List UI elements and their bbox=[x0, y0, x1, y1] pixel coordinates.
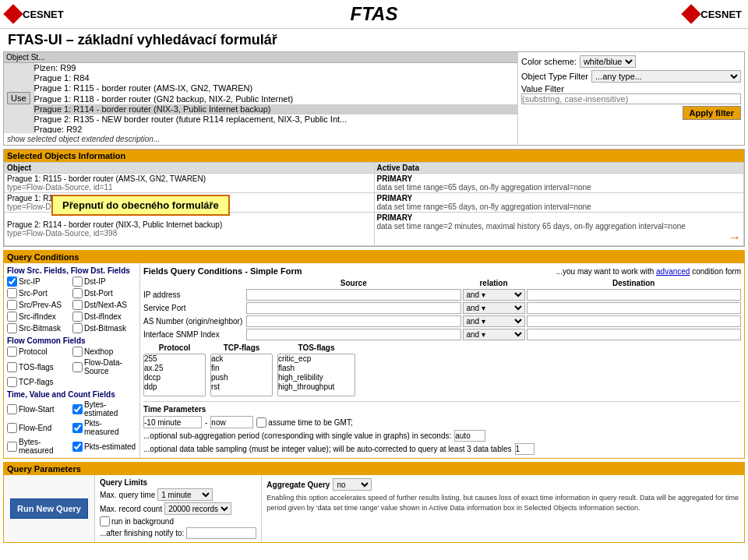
limits-title: Query Limits bbox=[100, 478, 256, 487]
run-button-area: Run New Query bbox=[4, 475, 95, 542]
field-dst-ifindex[interactable]: Dst-ifIndex bbox=[72, 312, 136, 322]
optional-sample-input[interactable] bbox=[515, 443, 535, 455]
field-dst-bitmask[interactable]: Dst-Bitmask bbox=[72, 323, 136, 333]
field-protocol[interactable]: Protocol bbox=[7, 347, 71, 357]
field-src-ifindex[interactable]: Src-ifIndex bbox=[7, 312, 71, 322]
arrow-indicator: → bbox=[377, 231, 742, 245]
advanced-note: ...you may want to work with advanced co… bbox=[556, 267, 741, 276]
ip-src-input[interactable] bbox=[246, 289, 461, 301]
show-description[interactable]: show selected object extended descriptio… bbox=[4, 133, 517, 145]
as-relation-select[interactable]: and ▾ bbox=[463, 315, 525, 327]
run-bg-row: run in background bbox=[100, 516, 256, 527]
col-active-data: Active Data bbox=[374, 163, 744, 174]
table-row: Prague 1: R115 - border router (AMS-IX, … bbox=[5, 174, 744, 193]
table-row: Prague 2: R114 - border router (NIX-3, P… bbox=[5, 213, 744, 246]
time-dash: - bbox=[205, 418, 207, 427]
object-type-filter-select[interactable]: ...any type... bbox=[591, 70, 741, 83]
as-number-row: AS Number (origin/neighbor) and ▾ bbox=[143, 315, 741, 327]
sport-src-input[interactable] bbox=[246, 302, 461, 314]
selected-objects-section: Selected Objects Information Object Acti… bbox=[3, 149, 745, 247]
use-button-area: Use bbox=[4, 63, 34, 133]
value-filter-input[interactable] bbox=[521, 93, 741, 104]
field-pkts-estimated[interactable]: Pkts-estimated bbox=[72, 438, 136, 455]
optional-agg-input[interactable] bbox=[454, 430, 485, 442]
assume-gmt-label[interactable]: assume time to be GMT; bbox=[256, 417, 352, 428]
field-flow-start[interactable]: Flow-Start bbox=[7, 400, 71, 417]
after-finishing-label: ...after finishing notify to: bbox=[100, 529, 184, 537]
field-nexthop[interactable]: Nexthop bbox=[72, 347, 136, 357]
qc-inner: Flow Src. Fields, Flow Dst. Fields Src-I… bbox=[4, 263, 744, 458]
common-fields-row: Protocol Nexthop TOS-flags Flow-Data-Sou… bbox=[7, 347, 136, 387]
table-row: Prague 1: R118 - border router (GN2 bac.… bbox=[5, 193, 744, 213]
run-bg-label[interactable]: run in background bbox=[100, 516, 174, 527]
time-to-input[interactable] bbox=[210, 416, 253, 428]
form-title-row: Fields Query Conditions - Simple Form ..… bbox=[143, 266, 741, 276]
ip-label: IP address bbox=[143, 291, 245, 299]
snmp-relation-select[interactable]: and ▾ bbox=[463, 329, 525, 340]
run-new-query-button[interactable]: Run New Query bbox=[10, 498, 88, 519]
field-src-port[interactable]: Src-Port bbox=[7, 288, 71, 298]
flow-common-title: Flow Common Fields bbox=[7, 336, 136, 345]
notify-row: ...after finishing notify to: bbox=[100, 527, 256, 539]
ip-relation-select[interactable]: and ▾ bbox=[463, 289, 525, 301]
apply-filter-button[interactable]: Apply filter bbox=[683, 106, 741, 120]
relation-col-header: relation bbox=[463, 279, 525, 287]
tcp-flags-col-title: TCP-flags bbox=[224, 343, 260, 352]
field-src-ip[interactable]: Src-IP bbox=[7, 276, 71, 287]
query-params-header: Query Parameters bbox=[4, 463, 744, 475]
query-conditions-header: Query Conditions bbox=[4, 251, 744, 263]
field-bytes-estimated[interactable]: Bytes-estimated bbox=[72, 400, 136, 417]
sport-relation-select[interactable]: and ▾ bbox=[463, 302, 525, 314]
field-dst-port[interactable]: Dst-Port bbox=[72, 288, 136, 298]
snmp-dst-input[interactable] bbox=[527, 329, 742, 340]
field-flow-end[interactable]: Flow-End bbox=[7, 419, 71, 436]
right-query-form: Fields Query Conditions - Simple Form ..… bbox=[140, 263, 744, 458]
ip-dst-input[interactable] bbox=[527, 289, 742, 301]
object-list[interactable]: Plzen: R99 Prague 1: R84 Prague 1: R115 … bbox=[34, 63, 517, 133]
field-pkts-measured[interactable]: Pkts-measured bbox=[72, 419, 136, 436]
as-dst-input[interactable] bbox=[527, 315, 742, 327]
tos-flags-col-title: TOS-flags bbox=[298, 343, 334, 352]
tos-flags-list[interactable]: critic_ecp flash high_relibility high_th… bbox=[277, 354, 355, 396]
color-scheme-row: Color scheme: white/blue bbox=[521, 55, 741, 68]
aggregate-select[interactable]: no yes bbox=[333, 478, 372, 491]
field-src-bitmask[interactable]: Src-Bitmask bbox=[7, 323, 71, 333]
sport-dst-input[interactable] bbox=[527, 302, 742, 314]
aggregate-title-row: Aggregate Query no yes bbox=[266, 478, 739, 491]
field-dst-ip[interactable]: Dst-IP bbox=[72, 276, 136, 287]
logo-text-right: CESNET bbox=[700, 9, 742, 20]
snmp-src-input[interactable] bbox=[246, 329, 461, 340]
table-cell-object: Prague 1: R118 - border router (GN2 bac.… bbox=[5, 193, 375, 213]
time-row: - assume time to be GMT; bbox=[143, 416, 741, 428]
table-cell-object: Prague 2: R114 - border router (NIX-3, P… bbox=[5, 213, 375, 246]
tcp-flags-list[interactable]: ack fin push rst bbox=[210, 354, 273, 396]
page-subtitle: FTAS-UI – základní vyhledávací formulář bbox=[0, 29, 748, 51]
notify-email-input[interactable] bbox=[186, 527, 256, 539]
color-scheme-select[interactable]: white/blue bbox=[580, 55, 636, 68]
protocol-list[interactable]: 255 ax.25 dccp ddp bbox=[143, 354, 206, 396]
record-count-select[interactable]: 20000 records 1000 records 5000 records … bbox=[164, 502, 231, 515]
object-list-area: Object St... Use Plzen: R99 Prague 1: R8… bbox=[4, 52, 518, 145]
service-port-row: Service Port and ▾ bbox=[143, 302, 741, 314]
time-fields-row: Flow-Start Bytes-estimated Flow-End Pkts… bbox=[7, 400, 136, 455]
time-from-input[interactable] bbox=[143, 416, 202, 428]
field-src-prev-as[interactable]: Src/Prev-AS bbox=[7, 300, 71, 310]
field-tcp-flags[interactable]: TCP-flags bbox=[7, 377, 71, 387]
field-flow-data-source[interactable]: Flow-Data-Source bbox=[72, 358, 136, 375]
use-button[interactable]: Use bbox=[7, 92, 30, 104]
qp-inner: Run New Query Query Limits Max. query ti… bbox=[4, 475, 744, 542]
optional-sample-text: ...optional data table sampling (must be… bbox=[143, 445, 512, 453]
field-tos-flags[interactable]: TOS-flags bbox=[7, 358, 71, 375]
src-dst-headers: Source relation Destination bbox=[143, 279, 741, 287]
as-src-input[interactable] bbox=[246, 315, 461, 327]
object-type-filter-label: Object Type Filter bbox=[521, 72, 588, 81]
query-time-select[interactable]: 1 minute 5 minutes 30 minutes bbox=[157, 488, 213, 501]
advanced-link[interactable]: advanced bbox=[656, 267, 690, 276]
field-bytes-measured[interactable]: Bytes-measured bbox=[7, 438, 71, 455]
query-limits-area: Query Limits Max. query time 1 minute 5 … bbox=[95, 475, 262, 542]
form-title: Fields Query Conditions - Simple Form bbox=[143, 266, 302, 276]
field-dst-next-as[interactable]: Dst/Next-AS bbox=[72, 300, 136, 310]
max2-label: Max. bbox=[100, 505, 117, 513]
destination-col-header: Destination bbox=[527, 279, 742, 287]
max-label: Max. bbox=[100, 491, 117, 499]
